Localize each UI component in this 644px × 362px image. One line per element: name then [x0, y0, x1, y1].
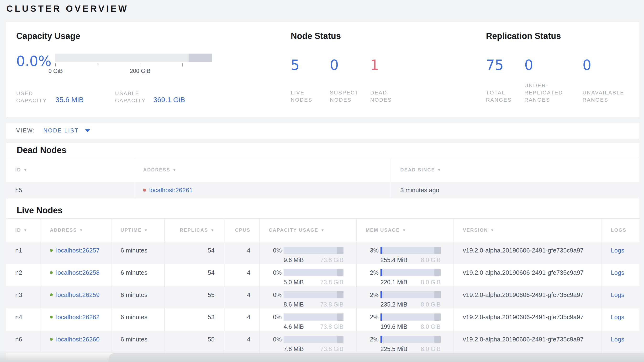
sort-arrow-icon: ▼: [24, 168, 28, 172]
node-address-link[interactable]: localhost:26262: [56, 313, 100, 321]
node-address-cell: localhost:26258: [41, 264, 112, 286]
capacity-usage-bar: [284, 313, 344, 321]
node-address-link[interactable]: localhost:26260: [56, 335, 100, 343]
replicas-cell: 53: [165, 308, 224, 331]
dead-node-address-link[interactable]: localhost:26261: [149, 186, 193, 194]
mem-percent-label: 2%: [366, 268, 378, 277]
cpus-cell: 4: [224, 242, 260, 264]
mem-usage-bar: [380, 269, 441, 276]
node-address-cell: localhost:26257: [41, 242, 112, 264]
sort-arrow-icon: ▼: [490, 228, 494, 232]
capacity-bar-reserved-segment: [188, 54, 212, 62]
suspect-nodes-label: SUSPECT NODES: [330, 89, 370, 104]
logs-cell: Logs: [602, 264, 639, 286]
capacity-axis-ticks: [56, 63, 212, 67]
table-row: n3 localhost:26259 6 minutes 55 4 0% 8.6…: [6, 286, 640, 308]
logs-link[interactable]: Logs: [611, 313, 624, 321]
logs-link[interactable]: Logs: [611, 268, 624, 277]
mem-total-value: 8.0 GiB: [421, 300, 441, 309]
dead-nodes-stat: 1 DEAD NODES: [370, 57, 418, 104]
live-nodes-stat: 5 LIVE NODES: [291, 57, 330, 104]
mem-used-value: 199.6 MiB: [380, 322, 408, 331]
live-col-address[interactable]: ADDRESS ▼: [41, 219, 112, 242]
under-replicated-ranges-label: UNDER- REPLICATED RANGES: [524, 82, 582, 104]
node-id-cell: n2: [6, 264, 41, 286]
view-selected-value: NODE LIST: [44, 127, 79, 134]
capacity-usage-cell: 0% 4.6 MiB 73.8 GiB: [260, 308, 356, 331]
replicas-cell: 55: [165, 286, 224, 308]
mem-usage-bar: [380, 336, 441, 343]
live-status-dot-icon: [50, 271, 53, 274]
live-col-version[interactable]: VERSION ▼: [454, 219, 602, 242]
logs-link[interactable]: Logs: [611, 335, 624, 343]
node-id-cell: n4: [6, 308, 41, 331]
live-nodes-heading: Live Nodes: [17, 205, 640, 216]
capacity-usage-bar: [284, 291, 344, 298]
mem-usage-bar: [380, 247, 441, 254]
mem-total-value: 8.0 GiB: [421, 278, 441, 286]
capacity-usage-bar: [284, 247, 344, 254]
mem-usage-bar: [380, 313, 441, 321]
axis-label-200: 200 GiB: [130, 68, 150, 74]
sort-arrow-icon: ▼: [321, 228, 325, 232]
mem-used-value: 220.1 MiB: [380, 278, 408, 286]
dead-node-id-cell: n5: [6, 182, 134, 199]
version-cell: v19.2.0-alpha.20190606-2491-gfe735c9a97: [454, 264, 602, 286]
replicas-cell: 55: [165, 331, 224, 353]
capacity-total-value: 73.8 GiB: [320, 300, 344, 309]
sort-arrow-icon: ▼: [172, 168, 177, 172]
live-col-logs: LOGS: [602, 219, 639, 242]
capacity-usage-bar: [284, 269, 344, 276]
replication-status-section: Replication Status 75 TOTAL RANGES 0 UND…: [486, 22, 639, 117]
mem-usage-cell: 2% 220.1 MiB 8.0 GiB: [356, 264, 454, 286]
table-row: n1 localhost:26257 6 minutes 54 4 0% 9.6…: [6, 242, 640, 264]
uptime-cell: 6 minutes: [112, 331, 165, 353]
bottom-shadow-band: [108, 353, 644, 362]
sort-arrow-icon: ▼: [402, 228, 406, 232]
dead-col-id[interactable]: ID ▼: [6, 158, 134, 182]
live-status-dot-icon: [50, 249, 53, 252]
capacity-reserved-segment: [337, 247, 344, 254]
logs-cell: Logs: [602, 286, 639, 308]
live-nodes-rows: n1 localhost:26257 6 minutes 54 4 0% 9.6…: [6, 242, 640, 353]
suspect-nodes-stat: 0 SUSPECT NODES: [330, 57, 370, 104]
view-dropdown[interactable]: NODE LIST: [44, 127, 90, 134]
page-title: CLUSTER OVERVIEW: [6, 4, 129, 14]
capacity-used-value: 9.6 MiB: [284, 256, 304, 264]
capacity-used-value: 5.0 MiB: [284, 278, 304, 286]
version-cell: v19.2.0-alpha.20190606-2491-gfe735c9a97: [454, 242, 602, 264]
mem-percent-label: 3%: [366, 246, 378, 255]
node-list-sheet: Dead Nodes ID ▼ ADDRESS ▼ DEAD SINCE ▼ n…: [6, 143, 640, 362]
node-address-link[interactable]: localhost:26258: [56, 268, 100, 277]
capacity-usage-cell: 0% 5.0 MiB 73.8 GiB: [260, 264, 356, 286]
live-col-capacity-usage[interactable]: CAPACITY USAGE ▼: [260, 219, 356, 242]
node-address-link[interactable]: localhost:26257: [56, 246, 100, 255]
replication-status-heading: Replication Status: [486, 31, 639, 41]
mem-used-value: 235.2 MiB: [380, 300, 408, 309]
capacity-usage-cell: 0% 9.6 MiB 73.8 GiB: [260, 242, 356, 264]
capacity-percent-label: 0%: [269, 268, 282, 277]
mem-total-value: 8.0 GiB: [421, 322, 441, 331]
node-address-link[interactable]: localhost:26259: [56, 290, 100, 299]
capacity-usage-bar: [284, 336, 344, 343]
live-col-replicas[interactable]: REPLICAS ▼: [165, 219, 224, 242]
logs-link[interactable]: Logs: [611, 246, 624, 255]
replicas-cell: 54: [165, 264, 224, 286]
uptime-cell: 6 minutes: [112, 286, 165, 308]
dead-col-address[interactable]: ADDRESS ▼: [134, 158, 391, 182]
cluster-overview-page: CLUSTER OVERVIEW Capacity Usage 0.0% 0 G…: [0, 0, 644, 362]
dead-nodes-heading: Dead Nodes: [17, 145, 640, 155]
live-col-mem-usage[interactable]: MEM USAGE ▼: [356, 219, 454, 242]
dead-col-dead-since[interactable]: DEAD SINCE ▼: [391, 158, 639, 182]
dead-node-address-cell: localhost:26261: [134, 182, 391, 199]
node-status-heading: Node Status: [291, 31, 458, 41]
node-id-cell: n6: [6, 331, 41, 353]
live-col-uptime[interactable]: UPTIME ▼: [112, 219, 165, 242]
version-cell: v19.2.0-alpha.20190606-2491-gfe735c9a97: [454, 331, 602, 353]
logs-link[interactable]: Logs: [611, 290, 624, 299]
live-col-id[interactable]: ID ▼: [6, 219, 41, 242]
live-status-dot-icon: [50, 293, 53, 296]
sort-arrow-icon: ▼: [79, 228, 83, 232]
usable-capacity-label: USABLE CAPACITY: [115, 90, 153, 104]
replicas-cell: 54: [165, 242, 224, 264]
